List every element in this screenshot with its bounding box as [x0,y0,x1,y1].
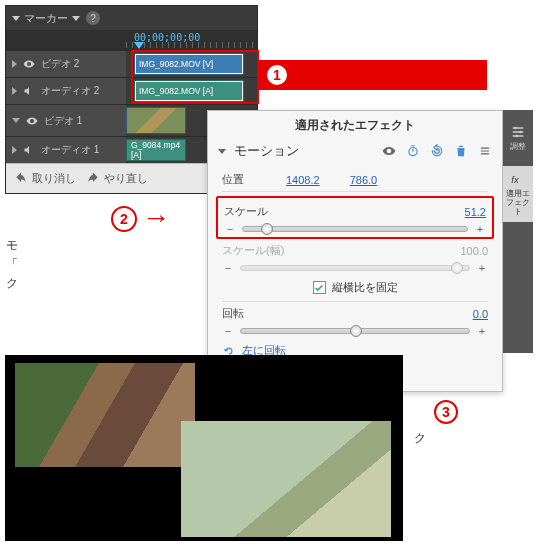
track-label: ビデオ 2 [41,57,79,71]
marker-dropdown[interactable]: マーカー [12,11,80,26]
arrow-right-icon: → [142,202,170,234]
constrain-row[interactable]: 縦横比を固定 [222,280,488,295]
minus-icon[interactable]: − [222,325,234,337]
clip-audio2[interactable]: IMG_9082.MOV [A] [134,80,244,102]
rotation-slider[interactable]: − + [222,325,488,337]
time-ruler[interactable]: 00;00;00;00 [6,30,257,50]
track-body[interactable]: IMG_9082.MOV [A] [126,78,257,104]
rotation-row: 回転 0.0 [222,306,488,321]
track-label: オーディオ 1 [41,143,99,157]
expand-icon[interactable] [12,118,20,123]
position-y-value[interactable]: 786.0 [350,174,378,186]
track-row: オーディオ 2 IMG_9082.MOV [A] [6,77,257,104]
undo-label: 取り消し [32,171,76,186]
expand-icon[interactable] [12,87,17,95]
scale-slider[interactable]: − + [224,223,486,235]
speaker-icon[interactable] [23,144,35,156]
text-line: ク [6,276,18,290]
callout-2-badge: 2 [111,206,137,232]
preview-monitor[interactable] [5,355,403,541]
position-label: 位置 [222,172,286,187]
clip-label: IMG_9082.MOV [V] [139,59,213,69]
callout-1-badge: 1 [265,63,289,87]
svg-point-3 [515,135,518,138]
stopwatch-icon[interactable] [406,144,420,158]
track-header-video2[interactable]: ビデオ 2 [6,51,126,77]
track-header-video1[interactable]: ビデオ 1 [6,105,126,136]
slider-thumb [451,262,463,274]
track-row: ビデオ 2 IMG_9082.MOV [V] [6,50,257,77]
slider-track[interactable] [242,226,468,232]
trash-icon[interactable] [454,144,468,158]
callout-2-text: モ 「 ク [6,236,196,294]
track-label: ビデオ 1 [44,114,82,128]
preview-clip-fg[interactable] [181,421,391,537]
scale-width-label: スケール(幅) [222,243,286,258]
callout-1-bar: 1 [257,60,487,90]
motion-section-header[interactable]: モーション [208,138,502,164]
plus-icon[interactable]: + [474,223,486,235]
track-body[interactable]: IMG_9082.MOV [V] [126,51,257,77]
redo-button[interactable]: やり直し [86,171,148,186]
position-x-value[interactable]: 1408.2 [286,174,320,186]
redo-label: やり直し [104,171,148,186]
plus-icon: + [476,262,488,274]
minus-icon[interactable]: − [224,223,236,235]
scale-width-row: スケール(幅) 100.0 [222,243,488,258]
timeline-header: マーカー ? [6,6,257,30]
clip-video2[interactable]: IMG_9082.MOV [V] [134,53,244,75]
expand-icon[interactable] [12,146,17,154]
right-tab-bar: 調整 fx 適用エフェクト [503,110,533,353]
reset-icon[interactable] [430,144,444,158]
tab-adjust[interactable]: 調整 [503,110,533,166]
rotation-value[interactable]: 0.0 [473,308,488,320]
text-line: モ [6,238,18,252]
motion-label: モーション [234,142,374,160]
slider-thumb[interactable] [261,223,273,235]
fx-icon: fx [510,171,526,187]
track-header-audio1[interactable]: オーディオ 1 [6,137,126,163]
eye-icon[interactable] [23,58,35,70]
clip-label: IMG_9082.MOV [A] [139,86,213,96]
plus-icon[interactable]: + [476,325,488,337]
more-icon[interactable] [478,144,492,158]
dropdown-icon [12,16,20,21]
marker-dropdown-label: マーカー [24,11,68,26]
scale-width-slider: − + [222,262,488,274]
help-icon[interactable]: ? [86,11,100,25]
scale-highlight: スケール 51.2 − + [216,196,494,239]
text-line: 「 [6,257,18,271]
scale-value[interactable]: 51.2 [465,206,486,218]
clip-video1-thumb[interactable] [126,107,186,134]
undo-icon [14,172,28,186]
svg-point-2 [519,131,522,134]
tab-applied-effects[interactable]: fx 適用エフェクト [503,166,533,222]
thumbnail-image [127,108,185,133]
position-row: 位置 1408.2 786.0 [222,172,488,187]
constrain-label: 縦横比を固定 [332,280,398,295]
speaker-icon[interactable] [23,85,35,97]
redo-icon [86,172,100,186]
tab-label: 適用エフェクト [503,190,533,216]
scale-row: スケール 51.2 [224,204,486,219]
undo-button[interactable]: 取り消し [14,171,76,186]
scale-label: スケール [224,204,288,219]
tab-label: 調整 [510,143,526,152]
track-header-audio2[interactable]: オーディオ 2 [6,78,126,104]
collapse-icon[interactable] [218,149,226,154]
expand-icon[interactable] [12,60,17,68]
eye-icon[interactable] [26,115,38,127]
slider-track[interactable] [240,328,470,334]
playhead-icon[interactable] [134,42,144,49]
preview-clip-bg [15,363,195,467]
slider-thumb[interactable] [350,325,362,337]
slider-track [240,265,470,271]
constrain-checkbox[interactable] [313,281,326,294]
eye-icon[interactable] [382,144,396,158]
divider [222,191,488,192]
svg-point-1 [514,127,517,130]
panel-title: 適用されたエフェクト [208,111,502,138]
applied-effects-panel: 適用されたエフェクト モーション 位置 1408.2 786.0 スケール 51… [207,110,503,392]
clip-audio1[interactable]: G_9084.mp4 [A] [126,139,186,161]
clip-label: G_9084.mp4 [A] [131,140,181,160]
